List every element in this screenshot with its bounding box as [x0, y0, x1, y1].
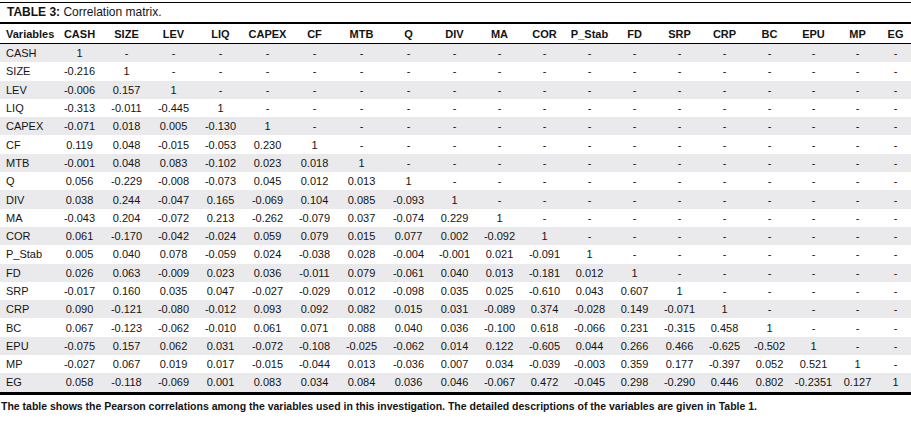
- row-label: MP: [0, 355, 56, 373]
- correlation-cell: -0.010: [197, 318, 244, 336]
- correlation-cell: -0.445: [150, 99, 197, 117]
- table-row: CASH1------------------: [0, 44, 911, 63]
- correlation-cell: -: [612, 172, 657, 190]
- correlation-cell: -0.062: [385, 337, 432, 355]
- correlation-cell: -: [103, 44, 150, 63]
- correlation-cell: -: [880, 81, 911, 99]
- correlation-cell: -: [880, 209, 911, 227]
- correlation-cell: -: [835, 264, 880, 282]
- correlation-cell: -: [385, 81, 432, 99]
- correlation-cell: 0.028: [338, 245, 385, 263]
- correlation-cell: -: [522, 81, 567, 99]
- correlation-cell: -: [792, 245, 835, 263]
- correlation-cell: -0.123: [103, 318, 150, 336]
- correlation-cell: -: [197, 44, 244, 63]
- correlation-cell: -: [338, 117, 385, 135]
- correlation-cell: -: [702, 227, 747, 245]
- correlation-cell: 1: [612, 264, 657, 282]
- table-row: EG0.058-0.118-0.0690.0010.0830.0340.0840…: [0, 373, 911, 393]
- correlation-cell: 0.160: [103, 282, 150, 300]
- paper-table-page: TABLE 3: Correlation matrix. VariablesCA…: [0, 0, 911, 421]
- correlation-cell: -: [522, 190, 567, 208]
- correlation-cell: -0.605: [522, 337, 567, 355]
- row-label: SIZE: [0, 62, 56, 80]
- correlation-cell: -: [477, 117, 522, 135]
- correlation-cell: -: [880, 44, 911, 63]
- correlation-cell: -: [612, 154, 657, 172]
- correlation-cell: -: [567, 172, 612, 190]
- correlation-cell: -0.003: [567, 355, 612, 373]
- correlation-cell: 0.157: [103, 81, 150, 99]
- correlation-cell: -0.102: [197, 154, 244, 172]
- correlation-cell: -0.044: [291, 355, 338, 373]
- correlation-cell: 1: [835, 355, 880, 373]
- correlation-cell: -: [338, 99, 385, 117]
- correlation-cell: -: [567, 227, 612, 245]
- table-row: EPU-0.0750.1570.0620.031-0.072-0.108-0.0…: [0, 337, 911, 355]
- correlation-cell: 0.047: [197, 282, 244, 300]
- table-row: SIZE-0.2161-----------------: [0, 62, 911, 80]
- table-row: LEV-0.0060.1571----------------: [0, 81, 911, 99]
- row-label: MA: [0, 209, 56, 227]
- correlation-cell: -: [747, 264, 792, 282]
- correlation-cell: -: [835, 135, 880, 153]
- correlation-cell: -: [385, 99, 432, 117]
- correlation-cell: -: [522, 99, 567, 117]
- correlation-cell: -: [747, 190, 792, 208]
- correlation-cell: -0.061: [385, 264, 432, 282]
- correlation-cell: -: [244, 62, 291, 80]
- correlation-cell: 0.043: [567, 282, 612, 300]
- correlation-cell: 1: [103, 62, 150, 80]
- correlation-cell: -: [657, 172, 702, 190]
- correlation-cell: 0.061: [56, 227, 103, 245]
- correlation-cell: -: [702, 282, 747, 300]
- correlation-cell: -: [657, 99, 702, 117]
- column-header-epu: EPU: [792, 23, 835, 44]
- row-label: LIQ: [0, 99, 56, 117]
- correlation-cell: -: [522, 62, 567, 80]
- correlation-cell: -: [612, 62, 657, 80]
- correlation-cell: -0.074: [385, 209, 432, 227]
- correlation-cell: 0.005: [56, 245, 103, 263]
- correlation-cell: -: [835, 44, 880, 63]
- correlation-cell: -: [567, 117, 612, 135]
- correlation-cell: -: [792, 172, 835, 190]
- table-footnote: The table shows the Pearson correlations…: [0, 400, 911, 413]
- correlation-cell: -: [338, 81, 385, 99]
- correlation-cell: -0.315: [657, 318, 702, 336]
- correlation-cell: -: [792, 227, 835, 245]
- correlation-cell: 0.266: [612, 337, 657, 355]
- correlation-cell: -: [291, 44, 338, 63]
- correlation-cell: 1: [338, 154, 385, 172]
- correlation-cell: -: [702, 135, 747, 153]
- correlation-cell: -: [522, 209, 567, 227]
- header-row: VariablesCASHSIZELEVLIQCAPEXCFMTBQDIVMAC…: [0, 23, 911, 44]
- correlation-cell: -: [567, 135, 612, 153]
- table-title-text: Correlation matrix.: [63, 5, 161, 19]
- correlation-cell: -: [432, 172, 477, 190]
- correlation-cell: 0.018: [291, 154, 338, 172]
- correlation-cell: -: [702, 62, 747, 80]
- correlation-cell: -: [522, 135, 567, 153]
- correlation-cell: 0.122: [477, 337, 522, 355]
- correlation-cell: -: [567, 154, 612, 172]
- correlation-cell: 0.618: [522, 318, 567, 336]
- correlation-cell: -: [747, 117, 792, 135]
- correlation-cell: -: [835, 154, 880, 172]
- table-body: CASH1------------------SIZE-0.2161------…: [0, 44, 911, 394]
- correlation-cell: 0.025: [477, 282, 522, 300]
- row-label: EG: [0, 373, 56, 393]
- correlation-cell: -0.045: [567, 373, 612, 393]
- correlation-cell: -0.015: [150, 135, 197, 153]
- correlation-cell: -: [835, 209, 880, 227]
- column-header-cor: COR: [522, 23, 567, 44]
- correlation-cell: 0.230: [244, 135, 291, 153]
- correlation-cell: -: [432, 62, 477, 80]
- correlation-cell: -: [244, 81, 291, 99]
- correlation-cell: -: [657, 81, 702, 99]
- correlation-cell: 0.521: [792, 355, 835, 373]
- correlation-cell: 0.157: [103, 337, 150, 355]
- column-header-q: Q: [385, 23, 432, 44]
- row-label: SRP: [0, 282, 56, 300]
- correlation-cell: 0.035: [432, 282, 477, 300]
